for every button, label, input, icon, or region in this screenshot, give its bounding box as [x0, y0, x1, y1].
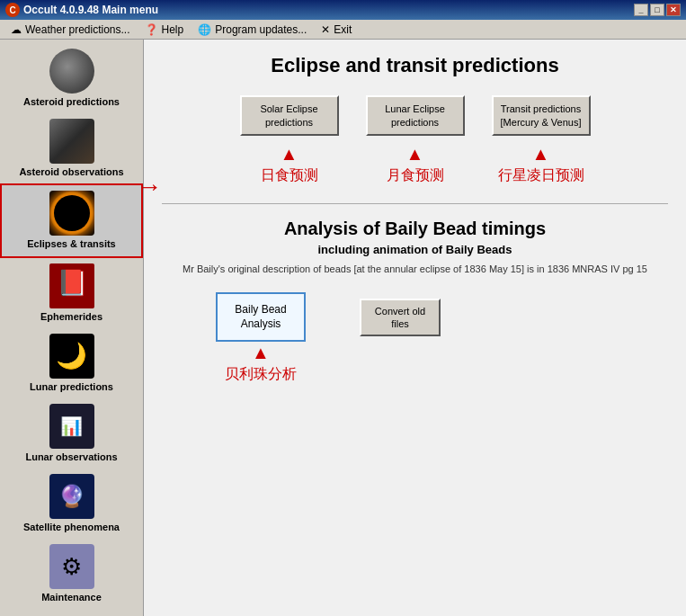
maximize-button[interactable]: □ — [650, 4, 664, 16]
maintenance-icon: ⚙ — [49, 544, 94, 589]
globe-icon: 🌐 — [198, 23, 211, 36]
sidebar-item-lunar-obs[interactable]: 📊 Lunar observations — [0, 398, 143, 469]
baily-section: Analysis of Baily Bead timings including… — [162, 219, 668, 384]
minimize-button[interactable]: _ — [634, 4, 648, 16]
menu-help-label: Help — [162, 23, 184, 36]
title-bar: C Occult 4.0.9.48 Main menu _ □ ✕ — [0, 0, 686, 20]
lunar-obs-icon: 📊 — [49, 404, 94, 449]
baily-bead-analysis-button[interactable]: Baily Bead Analysis — [216, 292, 306, 342]
baily-arrow-up-icon: ▲ — [252, 344, 270, 362]
app-title: Occult 4.0.9.48 Main menu — [23, 4, 634, 16]
sidebar-label-satellite: Satellite phenomena — [23, 522, 120, 533]
convert-old-files-button[interactable]: Convert old files — [360, 299, 441, 336]
content-area: Eclipse and transit predictions Solar Ec… — [144, 40, 686, 616]
help-icon: ❓ — [145, 23, 158, 36]
satellite-icon: 🔮 — [49, 474, 94, 519]
exit-icon: ✕ — [321, 23, 330, 36]
solar-eclipse-button[interactable]: Solar Eclipse predictions — [240, 95, 339, 136]
transit-chinese-label: 行星凌日预测 — [492, 166, 591, 185]
sidebar-item-maintenance[interactable]: ⚙ Maintenance — [0, 539, 143, 609]
menu-exit-label: Exit — [334, 23, 352, 36]
menu-updates[interactable]: 🌐 Program updates... — [191, 22, 314, 38]
baily-subtitle: including animation of Baily Beads — [162, 243, 668, 256]
close-button[interactable]: ✕ — [666, 4, 681, 16]
transit-arrow-container: ▲ — [492, 145, 591, 163]
menu-help[interactable]: ❓ Help — [138, 22, 192, 38]
sidebar-label-eclipses: Eclipses & transits — [27, 238, 115, 250]
lunar-pred-icon: 🌙 — [49, 334, 94, 379]
section-divider — [162, 203, 668, 204]
lunar-arrow-up-icon: ▲ — [406, 145, 424, 163]
eclipse-icon — [49, 191, 94, 236]
sidebar: Asteroid predictions Asteroid observatio… — [0, 40, 144, 616]
eclipse-section-title: Eclipse and transit predictions — [162, 54, 668, 77]
weather-icon: ☁ — [11, 23, 22, 36]
lunar-chinese-label: 月食预测 — [366, 166, 465, 185]
menu-weather-label: Weather predictions... — [25, 23, 130, 36]
eclipse-chinese-labels: 日食预测 月食预测 行星凌日预测 — [162, 166, 668, 185]
sidebar-label-lunar-pred: Lunar predictions — [30, 381, 113, 393]
sidebar-label-asteroid-obs: Asteroid observations — [19, 166, 123, 178]
ephemerides-icon — [49, 263, 94, 308]
solar-arrow-up-icon: ▲ — [281, 145, 298, 163]
menu-bar: ☁ Weather predictions... ❓ Help 🌐 Progra… — [0, 20, 686, 40]
menu-exit[interactable]: ✕ Exit — [314, 22, 359, 38]
transit-arrow-up-icon: ▲ — [532, 145, 550, 163]
menu-updates-label: Program updates... — [215, 23, 307, 36]
baily-chinese-label: 贝利珠分析 — [225, 365, 297, 384]
sidebar-item-ephemerides[interactable]: Ephemerides — [0, 258, 143, 328]
eclipse-section: Eclipse and transit predictions Solar Ec… — [162, 54, 668, 185]
solar-arrow-container: ▲ — [240, 145, 339, 163]
baily-arrow-container: ▲ 贝利珠分析 — [225, 344, 297, 384]
sidebar-label-ephemerides: Ephemerides — [40, 311, 102, 323]
eclipse-buttons-row: Solar Eclipse predictions Lunar Eclipse … — [162, 95, 668, 136]
lunar-eclipse-button[interactable]: Lunar Eclipse predictions — [366, 95, 465, 136]
baily-btn-container: Baily Bead Analysis ▲ 贝利珠分析 — [216, 292, 306, 384]
sidebar-footer: Data updates are available DE414/LE414 w… — [0, 610, 143, 617]
sidebar-item-asteroid-pred[interactable]: Asteroid predictions — [0, 43, 143, 113]
sidebar-item-satellite[interactable]: 🔮 Satellite phenomena — [0, 469, 143, 539]
solar-chinese-label: 日食预测 — [240, 166, 339, 185]
sidebar-label-asteroid-pred: Asteroid predictions — [23, 96, 120, 108]
asteroid-pred-icon — [49, 49, 94, 94]
sidebar-item-eclipses[interactable]: Eclipses & transits — [0, 183, 143, 257]
transit-predictions-button[interactable]: Transit predictions [Mercury & Venus] — [492, 95, 591, 136]
sidebar-item-lunar-pred[interactable]: 🌙 Lunar predictions — [0, 328, 143, 398]
sidebar-label-lunar-obs: Lunar observations — [25, 451, 117, 463]
lunar-arrow-container: ▲ — [366, 145, 465, 163]
baily-section-title: Analysis of Baily Bead timings — [162, 219, 668, 239]
sidebar-item-asteroid-obs[interactable]: Asteroid observations — [0, 113, 143, 183]
main-layout: Asteroid predictions Asteroid observatio… — [0, 40, 686, 616]
eclipse-arrows-row: ▲ ▲ ▲ — [162, 145, 668, 163]
asteroid-obs-icon — [49, 119, 94, 164]
baily-buttons-row: Baily Bead Analysis ▲ 贝利珠分析 Convert old … — [216, 292, 668, 384]
app-icon: C — [5, 3, 20, 17]
convert-btn-container: Convert old files — [360, 292, 441, 336]
window-controls: _ □ ✕ — [634, 4, 681, 16]
baily-description: Mr Baily's original description of beads… — [162, 263, 668, 274]
sidebar-label-maintenance: Maintenance — [41, 592, 102, 603]
menu-weather[interactable]: ☁ Weather predictions... — [4, 22, 138, 38]
